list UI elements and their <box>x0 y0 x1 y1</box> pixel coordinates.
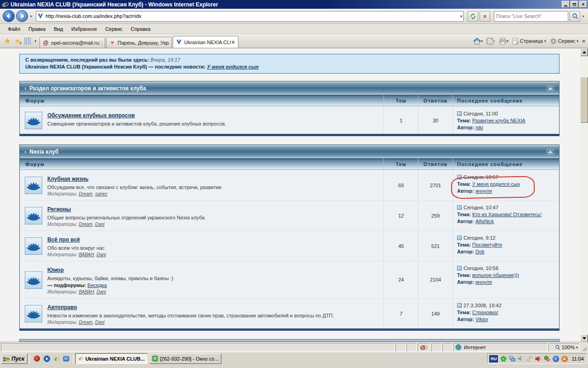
menu-view[interactable]: Вид <box>50 25 67 33</box>
minimize-button[interactable] <box>562 1 570 8</box>
tab-dating[interactable]: ♥ Парень, Девушку, Украин... <box>106 37 172 48</box>
last-author-link[interactable]: иннуля <box>475 279 492 285</box>
url-input[interactable] <box>44 13 460 19</box>
goto-last-post-icon[interactable] <box>457 205 462 210</box>
icq-tray-icon[interactable] <box>500 355 507 362</box>
latest-news-link[interactable]: У меня родился сын <box>207 64 259 69</box>
menu-help[interactable]: Справка <box>127 25 155 33</box>
goto-last-post-icon[interactable] <box>457 266 462 270</box>
history-dropdown[interactable]: ▾ <box>28 12 34 21</box>
search-input[interactable] <box>496 13 566 19</box>
task-button-nexia[interactable]: e Ukrainian NEXIA CLUB... <box>75 353 147 364</box>
forum-link[interactable]: Регионы <box>47 206 71 213</box>
forum-link[interactable]: Юмор <box>47 267 64 273</box>
restore-button[interactable] <box>571 1 578 8</box>
last-topic-link[interactable]: У меня родился сын <box>472 181 520 187</box>
language-indicator[interactable]: RU <box>489 355 498 362</box>
moderator-link[interactable]: Dani <box>95 222 105 227</box>
collapse-button[interactable] <box>546 149 554 155</box>
url-dropdown[interactable]: ▾ <box>460 14 462 18</box>
last-author-link[interactable]: иннуля <box>475 188 492 194</box>
subforum-link[interactable]: Беседка <box>87 282 107 288</box>
last-author-link[interactable]: niki <box>475 125 483 130</box>
favorites-center-button[interactable]: ★ <box>2 36 12 46</box>
moderator-link[interactable]: Dani <box>96 252 106 257</box>
add-favorite-button[interactable]: ★+ <box>12 36 23 46</box>
moderator-link[interactable]: ВАВАН <box>79 252 94 257</box>
tools-menu-button[interactable]: Сервис ▾ <box>548 35 581 46</box>
tab-nexia-club-active[interactable]: Ukrainian NEXIA CLUB (У... × <box>173 36 238 48</box>
refresh-button[interactable] <box>468 11 478 22</box>
task-button-icq-window[interactable]: [262-932-290] - Окно со... <box>149 353 221 364</box>
moderator-link[interactable]: Dream <box>79 191 92 196</box>
goto-last-post-icon[interactable] <box>457 303 462 308</box>
collapse-button[interactable] <box>546 85 554 92</box>
section-header[interactable]: › Технический раздел <box>19 339 560 342</box>
start-button[interactable]: Пуск <box>1 353 28 364</box>
search-button[interactable] <box>570 11 580 22</box>
section-header[interactable]: › Раздел организаторов и активистов клуб… <box>19 81 560 95</box>
moderator-link[interactable]: Dani <box>95 320 105 325</box>
forum-link[interactable]: Обсуждение клубных вопросов <box>47 112 135 119</box>
last-author-link[interactable]: Viktor <box>475 316 488 322</box>
last-author-link[interactable]: AlfaNick <box>475 218 494 224</box>
search-box[interactable] <box>494 11 568 22</box>
popup-blocker-pane[interactable] <box>418 343 430 351</box>
print-button[interactable]: ▾ <box>497 35 510 46</box>
scroll-down-button[interactable] <box>580 334 588 342</box>
forum-link[interactable]: Автоправо <box>47 304 77 310</box>
address-field[interactable]: ▾ <box>36 11 464 22</box>
forum-link[interactable]: Всё про всё <box>47 236 80 243</box>
goto-last-post-icon[interactable] <box>457 175 462 179</box>
messenger-quick-launch-icon[interactable] <box>62 355 69 362</box>
zoom-dropdown[interactable]: ▾ <box>576 345 578 350</box>
goto-last-post-icon[interactable] <box>457 111 462 116</box>
last-topic-link[interactable]: Кто из Харькова! Отзовитесь! <box>472 212 542 217</box>
moderator-link[interactable]: Dream <box>79 222 92 227</box>
stop-button[interactable]: × <box>480 11 490 22</box>
page-menu-button[interactable]: Страница ▾ <box>510 35 548 46</box>
network-tray-icon[interactable] <box>509 355 515 362</box>
moderator-link[interactable]: sanec <box>95 191 107 196</box>
moderator-link[interactable]: Dani <box>96 289 106 294</box>
last-author-link[interactable]: Dok <box>475 249 485 254</box>
ie-quick-launch-icon[interactable]: e <box>53 355 60 362</box>
feeds-button[interactable]: ▾ <box>485 35 497 46</box>
tab-mail[interactable]: @ opel-ascona@mail.ru: Хрони... <box>40 37 105 48</box>
close-button[interactable]: × <box>579 1 587 8</box>
agent-tray-icon[interactable]: a <box>561 355 568 362</box>
speaker-tray-icon[interactable] <box>517 355 524 362</box>
last-topic-link[interactable]: Страховка! <box>472 310 498 315</box>
menu-tools[interactable]: Сервис <box>101 25 127 33</box>
goto-last-post-icon[interactable] <box>457 236 462 240</box>
toolbar-overflow-chevron[interactable]: » <box>580 38 587 44</box>
moderator-link[interactable]: ВАВАН <box>79 289 94 294</box>
vertical-scrollbar[interactable] <box>580 48 588 342</box>
last-topic-link[interactable]: Развитие клуба NEXIA <box>472 118 526 123</box>
last-topic-link[interactable]: Посоветуйте <box>472 242 502 247</box>
status-error-tray-icon[interactable] <box>543 355 550 362</box>
home-button[interactable]: ▾ <box>471 35 485 46</box>
forward-button[interactable] <box>16 10 28 22</box>
quick-tabs-button[interactable] <box>23 36 33 46</box>
info-tray-icon[interactable]: i <box>552 355 559 362</box>
pen-tray-icon[interactable] <box>526 355 533 362</box>
volume-tray-icon[interactable] <box>535 355 542 362</box>
scroll-up-button[interactable] <box>580 48 588 56</box>
menu-favorites[interactable]: Избранное <box>67 25 101 33</box>
section-header[interactable]: › Nexia клуб <box>19 144 560 159</box>
search-options-dropdown[interactable]: ▾ <box>580 12 586 21</box>
opera-quick-launch-icon[interactable] <box>34 355 40 362</box>
back-button[interactable] <box>3 10 15 22</box>
moderator-link[interactable]: Dream <box>79 320 92 325</box>
menu-file[interactable]: Файл <box>4 25 24 33</box>
last-topic-link[interactable]: вольное общение))) <box>472 272 519 278</box>
media-player-quick-launch-icon[interactable] <box>43 355 50 362</box>
scrollbar-thumb[interactable] <box>580 77 588 123</box>
forum-logo-icon <box>25 305 42 322</box>
zoom-pane[interactable]: 100% ▾ <box>548 343 580 351</box>
tab-list-dropdown[interactable]: ▾ <box>33 39 38 43</box>
menu-edit[interactable]: Правка <box>24 25 50 33</box>
forum-link[interactable]: Клубная жизнь <box>47 176 89 182</box>
tab-close-icon[interactable]: × <box>231 39 236 46</box>
